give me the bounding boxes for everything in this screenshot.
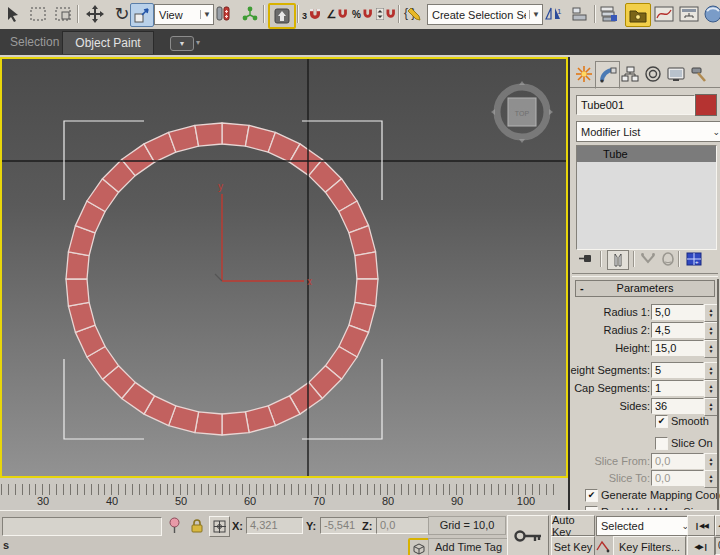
tab-selection[interactable]: Selection [10,35,59,49]
snap-toggle-3d-icon[interactable]: 3 [301,3,323,25]
slice-to-spinner[interactable]: ▲▼ [704,470,718,488]
make-unique-icon[interactable] [638,250,658,268]
select-and-scale-icon[interactable] [130,3,154,27]
pin-stack-icon[interactable] [576,250,596,268]
viewcube[interactable]: TOP [491,81,553,143]
selection-filter-dropdown[interactable]: Selected ⌄ [596,516,694,536]
generate-mapping-checkbox[interactable]: ✔ [585,489,598,502]
axis-gizmo: y x [215,181,312,287]
generate-mapping-row: ✔ Generate Mapping Coords. [570,489,720,503]
curve-editor-icon[interactable] [653,3,675,25]
ribbon-toggle-icon[interactable] [625,3,651,27]
radius1-spinner[interactable]: ▲▼ [704,304,718,322]
status-bar: s X: 4,321 Y: -5,541 Z: 0,0 Grid = 10,0 … [0,510,720,555]
cap-segments-input[interactable]: 1 [651,380,704,396]
grid-size-display: Grid = 10,0 [428,516,506,535]
schematic-view-icon[interactable] [678,3,700,25]
tab-modify-icon[interactable] [595,61,620,89]
remove-modifier-icon[interactable] [658,250,678,268]
isolate-cube-toggle-icon[interactable] [408,538,430,555]
radius1-input[interactable]: 5,0 [651,304,704,320]
tab-object-paint[interactable]: Object Paint [62,31,154,54]
named-selection-sets-icon[interactable]: { } [402,3,424,25]
height-segments-input[interactable]: 5 [651,362,704,378]
tab-utilities-icon[interactable] [687,61,710,87]
reference-coord-dropdown[interactable]: View▼ [154,4,214,25]
previous-frame-button[interactable]: ◀ [715,515,720,536]
x-coord-label: X: [232,520,243,532]
toolbar-separator [398,5,400,23]
radius2-spinner[interactable]: ▲▼ [704,322,718,340]
key-mode-toggle-button[interactable]: ◀▶❙ [687,536,715,555]
default-in-out-tangent-icon[interactable] [596,539,610,553]
parameters-rollout-header[interactable]: - Parameters [575,280,715,297]
align-icon[interactable] [569,3,591,25]
sides-spinner[interactable]: ▲▼ [704,398,718,416]
stack-item-tube[interactable]: Tube [577,146,716,162]
select-and-move-icon[interactable] [84,3,106,25]
smooth-checkbox[interactable]: ✔ [655,415,668,428]
angle-snap-icon[interactable]: ∠ [327,3,349,25]
selection-lock-icon[interactable] [187,516,206,535]
toolbar-separator [77,5,79,23]
radius2-input[interactable]: 4,5 [651,322,704,338]
configure-modifier-sets-icon[interactable]: + [684,250,704,268]
set-keys-button[interactable] [507,515,549,555]
tab-create-icon[interactable] [572,61,595,87]
x-coord-field[interactable]: 4,321 [246,517,303,534]
tab-motion-icon[interactable] [641,61,664,87]
rectangular-selection-icon[interactable] [27,3,49,25]
pin-icon[interactable] [165,516,184,535]
set-key-button[interactable]: Set Key [551,536,595,555]
toolbar-separator [263,5,265,23]
tab-hierarchy-icon[interactable] [618,61,641,87]
ribbon-options-caret-icon[interactable]: ▾ [196,38,200,47]
select-and-manipulate-icon[interactable] [239,3,261,25]
cap-segments-spinner[interactable]: ▲▼ [704,380,718,398]
ribbon-minimize-button[interactable]: ▼ [170,36,194,51]
material-editor-icon[interactable] [703,3,720,25]
slice-from-spinner[interactable]: ▲▼ [704,453,718,471]
height-spinner[interactable]: ▲▼ [704,340,718,358]
key-filters-button[interactable]: Key Filters... [613,536,686,555]
paint-selection-icon[interactable] [52,3,74,25]
tab-display-icon[interactable] [664,61,687,87]
use-pivot-center-icon[interactable] [212,3,234,25]
height-input[interactable]: 15,0 [651,340,704,356]
keyboard-override-toggle-icon[interactable] [268,3,296,29]
stack-toolbar: + [570,250,720,270]
slice-from-input[interactable]: 0,0 [651,453,704,469]
slice-on-checkbox[interactable] [655,437,668,450]
slice-to-input[interactable]: 0,0 [651,470,704,486]
z-coord-field[interactable]: 0,0 [376,517,433,534]
param-cap-segments: Cap Segments: 1 ▲▼ [570,380,720,396]
show-end-result-icon[interactable] [607,250,629,270]
tick-label: 90 [442,495,472,507]
svg-text:1: 1 [557,7,562,16]
object-name-field[interactable]: Tube001 [576,95,695,115]
sides-input[interactable]: 36 [651,398,704,414]
absolute-offset-toggle-icon[interactable] [209,516,230,537]
manage-layers-icon[interactable] [598,3,620,25]
track-bar[interactable]: 30 40 50 60 70 80 90 100 [0,478,568,511]
select-object-icon[interactable] [2,3,24,25]
viewport-top[interactable]: y x TOP [0,57,568,478]
mirror-icon[interactable]: 1 [543,3,565,25]
height-segments-spinner[interactable]: ▲▼ [704,362,718,380]
percent-snap-icon[interactable]: % [352,3,374,25]
toolbar-separator [594,5,596,23]
rollout-scrollbar[interactable] [717,279,719,510]
create-selection-set-combo[interactable]: Create Selection Se▼ [427,4,543,25]
z-coord-label: Z: [362,520,372,532]
spinner-snap-icon[interactable] [375,3,397,25]
current-frame-field[interactable]: 0 [715,537,720,555]
add-time-tag-field[interactable]: Add Time Tag [428,538,512,555]
object-color-swatch[interactable] [695,94,717,116]
modifier-list-dropdown[interactable]: Modifier List ⌄ [576,121,720,142]
go-to-start-button[interactable]: ❙◀◀ [687,515,715,536]
svg-text:+: + [695,259,699,265]
auto-key-button[interactable]: Auto Key [551,515,595,536]
tick-label: 60 [235,495,265,507]
modifier-stack[interactable]: Tube [576,145,717,250]
y-coord-label: Y: [306,520,316,532]
